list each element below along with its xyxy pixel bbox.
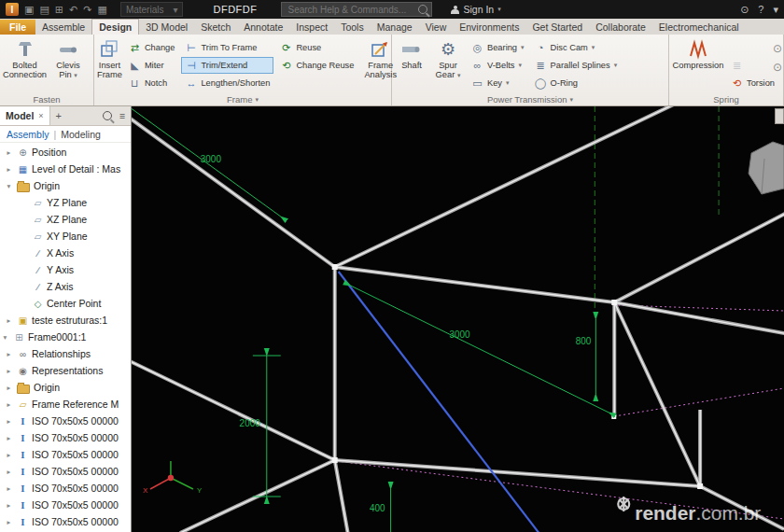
parallel-splines-button[interactable]: ≣Parallel Splines ▾ <box>531 57 622 74</box>
miter-button[interactable]: ◣Miter <box>125 57 179 74</box>
model-tab[interactable]: Model × <box>0 106 50 125</box>
tab-assemble[interactable]: Assemble <box>35 20 91 35</box>
group-label-fasten[interactable]: Fasten <box>0 93 93 105</box>
bearing-button[interactable]: ◎Bearing ▾ <box>468 39 528 56</box>
frame-members[interactable] <box>132 106 784 532</box>
tab-inspect[interactable]: Inspect <box>289 20 334 35</box>
expander-icon[interactable]: ▸ <box>4 417 14 426</box>
add-panel-button[interactable]: + <box>50 110 67 121</box>
insert-frame-button[interactable]: Insert Frame <box>97 36 122 93</box>
tab-get-started[interactable]: Get Started <box>525 20 589 35</box>
trim-extend-button[interactable]: ⊣Trim/Extend <box>181 57 273 74</box>
reuse-button[interactable]: ⟳Reuse <box>276 39 357 56</box>
tree-item-xz-plane[interactable]: ▱XZ Plane <box>0 211 131 228</box>
tab-design[interactable]: Design <box>91 19 139 35</box>
new-file-icon[interactable]: ▣ <box>24 4 34 16</box>
expander-icon[interactable]: ▸ <box>4 148 14 157</box>
group-label-frame[interactable]: Frame▾ <box>94 93 391 105</box>
tab-file[interactable]: File <box>0 20 35 35</box>
store-icon[interactable]: ⊙ <box>740 4 749 16</box>
tree-item-relationships[interactable]: ▸∞Relationships <box>0 345 131 362</box>
tree-item-iso-member[interactable]: ▸IISO 70x50x5 00000 <box>0 446 131 463</box>
tree-item-yz-plane[interactable]: ▱YZ Plane <box>0 194 131 211</box>
torsion-button[interactable]: ⟲Torsion <box>727 75 778 91</box>
expander-icon[interactable]: ▸ <box>4 434 14 442</box>
search-input[interactable] <box>286 4 414 16</box>
hamburger-menu-icon[interactable]: ≡ <box>119 110 125 121</box>
expander-icon[interactable]: ▾ <box>4 182 14 190</box>
tree-item-xy-plane[interactable]: ▱XY Plane <box>0 228 131 245</box>
tree-item-x-axis[interactable]: ∕X Axis <box>0 245 131 261</box>
change-reuse-button[interactable]: ⟲Change Reuse <box>276 57 357 74</box>
tree-item-iso-member[interactable]: ▸IISO 70x50x5 00000 <box>0 463 131 480</box>
undo-icon[interactable]: ↶ <box>69 4 77 16</box>
group-label-power-transmission[interactable]: Power Transmission▾ <box>392 93 668 105</box>
expander-icon[interactable]: ▸ <box>4 350 14 358</box>
tree-item-level-of-detail[interactable]: ▸▦Level of Detail : Mas <box>0 161 131 177</box>
tree-item-origin-2[interactable]: ▸Origin <box>0 379 131 396</box>
tree-item-frame-reference[interactable]: ▸▱Frame Reference M <box>0 396 131 413</box>
shaft-button[interactable]: Shaft <box>395 36 428 93</box>
notch-button[interactable]: ⊔Notch <box>125 75 179 91</box>
print-icon[interactable]: ▦ <box>97 4 106 16</box>
expander-icon[interactable]: ▸ <box>4 484 14 493</box>
tree-item-iso-member[interactable]: ▸IISO 70x50x5 00000 <box>0 480 131 497</box>
expander-icon[interactable]: ▸ <box>4 451 14 459</box>
assembly-view-link[interactable]: Assembly <box>7 129 49 140</box>
tab-annotate[interactable]: Annotate <box>237 20 289 35</box>
tab-environments[interactable]: Environments <box>453 20 525 35</box>
tab-tools[interactable]: Tools <box>334 20 371 35</box>
expander-icon[interactable]: ▸ <box>4 468 14 476</box>
tree-item-iso-member[interactable]: ▸IISO 70x50x5 00000 <box>0 413 131 429</box>
help-icon[interactable]: ? <box>758 4 763 16</box>
save-icon[interactable]: ⊞ <box>55 4 63 16</box>
3d-viewport[interactable]: 3000 2000 3000 800 400 X Y <box>132 106 784 532</box>
selected-member[interactable] <box>339 272 539 532</box>
app-logo-icon[interactable]: I <box>6 3 19 16</box>
tab-electromechanical[interactable]: Electromechanical <box>652 20 746 35</box>
expander-icon[interactable]: ▸ <box>4 400 14 409</box>
help-search-box[interactable] <box>281 2 432 17</box>
expander-icon[interactable]: ▾ <box>0 333 10 342</box>
group-label-spring[interactable]: Spring <box>669 93 783 105</box>
tab-collaborate[interactable]: Collaborate <box>589 20 652 35</box>
tree-item-z-axis[interactable]: ∕Z Axis <box>0 278 131 295</box>
modeling-view-link[interactable]: Modeling <box>61 129 101 140</box>
tree-item-teste-estruturas[interactable]: ▸▣teste estruturas:1 <box>0 312 131 329</box>
tree-item-frame0001[interactable]: ▾⊞Frame0001:1 <box>0 329 131 345</box>
search-icon[interactable] <box>418 5 427 14</box>
sign-in-button[interactable]: Sign In ▾ <box>451 4 500 15</box>
expander-icon[interactable]: ▸ <box>4 501 14 510</box>
expander-icon[interactable]: ▸ <box>4 165 14 174</box>
tree-item-iso-member[interactable]: ▸IISO 70x50x5 00000 <box>0 429 131 446</box>
tree-item-representations[interactable]: ▸◉Representations <box>0 362 131 379</box>
open-file-icon[interactable]: ▤ <box>39 4 49 16</box>
tab-3d-model[interactable]: 3D Model <box>139 20 194 35</box>
ribbon-cut-button-icon[interactable]: ⊙ <box>773 42 782 55</box>
bolted-connection-button[interactable]: Bolted Connection <box>3 36 47 93</box>
tree-item-center-point[interactable]: ◇Center Point <box>0 295 131 312</box>
change-button[interactable]: ⇄Change <box>125 39 179 56</box>
expander-icon[interactable]: ▸ <box>4 367 14 375</box>
tab-sketch[interactable]: Sketch <box>194 20 237 35</box>
expander-icon[interactable]: ▸ <box>4 518 14 526</box>
o-ring-button[interactable]: ◯O-Ring <box>531 75 622 91</box>
key-button[interactable]: ▭Key ▾ <box>468 75 528 91</box>
lengthen-shorten-button[interactable]: ↔Lengthen/Shorten <box>181 75 273 91</box>
tree-item-iso-member[interactable]: ▸IISO 70x50x5 00000 <box>0 513 131 530</box>
viewcube-fragment[interactable] <box>749 142 784 194</box>
3d-viewport-canvas[interactable]: 3000 2000 3000 800 400 X Y <box>132 106 784 532</box>
expander-icon[interactable]: ▸ <box>4 384 14 392</box>
disc-cam-button[interactable]: ◔Disc Cam ▾ <box>531 39 622 56</box>
tree-item-iso-member[interactable]: ▸IISO 70x50x5 00000 <box>0 497 131 513</box>
redo-icon[interactable]: ↷ <box>83 4 91 16</box>
viewport-scrollbar-nub[interactable] <box>775 108 784 124</box>
tree-item-position[interactable]: ▸⊕Position <box>0 144 131 161</box>
v-belts-button[interactable]: ∞V-Belts ▾ <box>468 57 528 74</box>
materials-dropdown[interactable]: Materials ▾ <box>120 2 184 17</box>
clevis-pin-button[interactable]: Clevis Pin ▾ <box>49 36 87 93</box>
tree-item-y-axis[interactable]: ∕Y Axis <box>0 261 131 278</box>
trim-to-frame-button[interactable]: ⊢Trim To Frame <box>181 39 273 56</box>
help-dropdown-icon[interactable]: ▾ <box>773 4 778 16</box>
close-icon[interactable]: × <box>38 111 43 120</box>
